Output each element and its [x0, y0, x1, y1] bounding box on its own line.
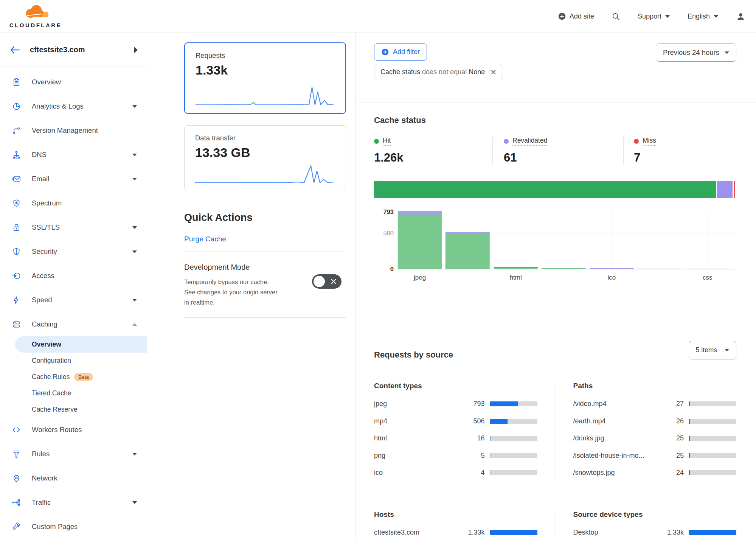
- row-label: /isolated-house-in-mo...: [573, 452, 660, 460]
- sidebar-item-workers-routes[interactable]: Workers Routes: [0, 418, 147, 442]
- submenu-item-cache-reserve[interactable]: Cache Reserve: [0, 401, 147, 418]
- miss-segment: [734, 181, 736, 198]
- sidebar-item-analytics-logs[interactable]: Analytics & Logs: [0, 94, 147, 118]
- paths-column: Paths /video.mp4 27 /earth.mp4 26: [556, 382, 737, 482]
- sidebar-item-rules[interactable]: Rules: [0, 442, 147, 466]
- add-site-button[interactable]: Add site: [558, 12, 594, 20]
- chevron-down-icon: [725, 349, 729, 351]
- support-menu[interactable]: Support: [638, 12, 670, 20]
- sidebar-item-version-management[interactable]: Version Management: [0, 118, 147, 143]
- row-bar-track: [689, 419, 736, 424]
- access-arrow-icon: [11, 271, 21, 281]
- submenu-item-cache-rules[interactable]: Cache Rules Beta: [0, 369, 147, 385]
- sidebar-item-security[interactable]: Security: [0, 239, 147, 264]
- sidebar-nav: Overview Analytics & Logs Version Manage…: [0, 67, 147, 538]
- gridline: [612, 212, 612, 269]
- cloudflare-logo[interactable]: CLOUDFLARE: [5, 4, 66, 28]
- row-label: jpeg: [374, 400, 461, 408]
- sidebar-item-caching[interactable]: Caching: [0, 312, 147, 336]
- chevron-down-icon: [132, 178, 137, 180]
- sidebar-item-speed[interactable]: Speed: [0, 288, 147, 312]
- row-bar-track: [689, 470, 736, 475]
- submenu-item-label: Cache Reserve: [32, 406, 78, 414]
- summary-column: Requests 1.33k Data transfer 13.33 GB Qu…: [147, 33, 355, 538]
- items-count-selector[interactable]: 5 items: [689, 341, 736, 359]
- bar-segment-hit: [446, 234, 489, 269]
- sidebar-item-label: Traffic: [32, 498, 51, 507]
- sidebar-item-label: Spectrum: [32, 199, 62, 207]
- account-menu[interactable]: [736, 12, 745, 21]
- submenu-item-configuration[interactable]: Configuration: [0, 353, 147, 369]
- requests-metric-card[interactable]: Requests 1.33k: [184, 42, 346, 114]
- requests-by-source-section: Requests by source 5 items Content types…: [374, 336, 736, 482]
- support-label: Support: [638, 12, 661, 20]
- bar-mp4: [446, 232, 489, 269]
- sidebar-item-label: Caching: [32, 320, 57, 328]
- metric-label: Requests: [196, 51, 335, 60]
- table-row: html 16: [374, 430, 537, 447]
- row-value: 1.33k: [660, 529, 684, 536]
- stat-label-revalidated[interactable]: Revalidated: [512, 137, 547, 146]
- bar-html: [494, 267, 537, 269]
- stat-value-miss: 7: [634, 151, 656, 165]
- sidebar-item-email[interactable]: Email: [0, 167, 147, 191]
- source-columns: Content types jpeg 793 mp4 506: [374, 382, 736, 482]
- sidebar-item-spectrum[interactable]: Spectrum: [0, 191, 147, 215]
- row-value: 506: [461, 417, 485, 425]
- row-bar-track: [689, 401, 736, 406]
- sidebar-item-overview[interactable]: Overview: [0, 70, 147, 94]
- remove-filter-icon[interactable]: ✕: [490, 68, 497, 76]
- shield-star-icon: [11, 198, 21, 208]
- paths-title: Paths: [573, 382, 737, 390]
- add-filter-button[interactable]: Add filter: [374, 44, 427, 61]
- content-types-title: Content types: [374, 382, 537, 390]
- row-bar-fill: [490, 401, 518, 406]
- language-menu[interactable]: English: [688, 12, 719, 20]
- sidebar-item-label: DNS: [32, 151, 47, 159]
- header-actions: Add site Support English: [558, 12, 745, 21]
- clipboard-icon: [11, 77, 21, 87]
- stat-revalidated: Revalidated 61: [493, 137, 623, 165]
- filter-value: None: [469, 68, 485, 76]
- back-arrow-icon[interactable]: [10, 46, 20, 54]
- sidebar-item-label: Custom Pages: [32, 522, 78, 531]
- sidebar-item-network[interactable]: Network: [0, 466, 147, 490]
- site-switcher-chevron[interactable]: [134, 47, 138, 53]
- cache-status-title: Cache status: [374, 115, 736, 125]
- search-button[interactable]: [612, 12, 620, 21]
- bar-png: [542, 268, 585, 269]
- chart-plot-area: [397, 212, 736, 269]
- branch-icon: [11, 126, 21, 135]
- sidebar-item-access[interactable]: Access: [0, 264, 147, 288]
- submenu-item-tiered-cache[interactable]: Tiered Cache: [0, 385, 147, 401]
- stat-label-hit[interactable]: Hit: [383, 137, 391, 146]
- submenu-item-label: Tiered Cache: [32, 389, 71, 397]
- stat-label-miss[interactable]: Miss: [643, 137, 656, 146]
- sidebar-item-traffic[interactable]: Traffic: [0, 490, 147, 515]
- purge-cache-link[interactable]: Purge Cache: [184, 235, 226, 243]
- row-bar-fill: [689, 436, 690, 441]
- bar-segment-hit: [637, 269, 681, 269]
- time-range-selector[interactable]: Previous 24 hours: [656, 44, 736, 62]
- table-row: Desktop 1.33k: [573, 524, 737, 538]
- row-label: ico: [374, 469, 461, 477]
- submenu-item-overview[interactable]: Overview: [15, 336, 147, 353]
- plus-circle-icon: [558, 12, 566, 20]
- table-row: /earth.mp4 26: [573, 413, 737, 430]
- row-label: html: [374, 434, 461, 442]
- device-types-title: Source device types: [573, 510, 737, 519]
- bar-6: [637, 269, 681, 269]
- sidebar-item-ssl-tls[interactable]: SSL/TLS: [0, 215, 147, 239]
- bar-segment-hit: [494, 268, 537, 269]
- bar-segment-hit: [398, 215, 442, 269]
- cloudflare-cloud-icon: [18, 4, 53, 22]
- mail-icon: [11, 174, 21, 184]
- development-mode-toggle[interactable]: [312, 274, 342, 289]
- sidebar-item-custom-pages[interactable]: Custom Pages: [0, 515, 147, 538]
- submenu-item-label: Configuration: [32, 357, 71, 365]
- sidebar-item-dns[interactable]: DNS: [0, 143, 147, 167]
- items-count-label: 5 items: [696, 346, 717, 354]
- gridline: [516, 212, 516, 269]
- data-transfer-metric-card[interactable]: Data transfer 13.33 GB: [184, 125, 346, 191]
- row-bar-fill: [689, 470, 690, 475]
